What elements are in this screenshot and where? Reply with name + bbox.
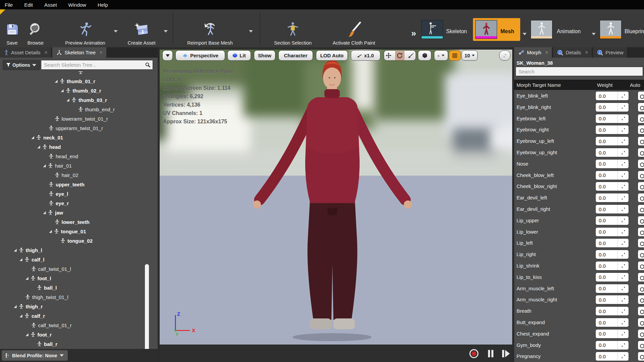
drag-handle-icon[interactable] [618,252,629,257]
drag-handle-icon[interactable] [618,139,629,143]
auto-toggle[interactable] [638,193,644,202]
tree-row-thumb_end_r[interactable]: thumb_end_r [78,105,115,114]
weight-value[interactable]: 0.0 [596,354,618,359]
drag-handle-icon[interactable] [618,105,629,109]
drag-handle-icon[interactable] [618,196,629,200]
drag-handle-icon[interactable] [618,128,629,132]
weight-value[interactable]: 0.0 [596,150,618,156]
auto-toggle[interactable] [638,318,644,327]
chevron-down-icon[interactable] [249,30,253,33]
chevron-down-icon[interactable] [592,33,596,35]
weight-spinbox-lip_left[interactable]: 0.0 [595,238,629,248]
tree-row-tongue_02[interactable]: tongue_02 [60,236,93,245]
expander-arrow-icon[interactable] [49,230,52,233]
tree-row-ball_l[interactable]: ball_l [37,283,57,292]
weight-spinbox-pregnancy[interactable]: 0.0 [595,352,629,361]
auto-toggle[interactable] [638,306,644,316]
tree-row-lowerarm_twist_01_r[interactable]: lowerarm_twist_01_r [54,114,108,123]
playback-speed-button[interactable]: x1.0 [351,50,380,61]
weight-spinbox-cheek_blow_left[interactable]: 0.0 [595,171,629,180]
weight-value[interactable]: 0.0 [596,252,618,257]
weight-spinbox-breath[interactable]: 0.0 [595,306,629,316]
section-selection-button[interactable]: Section Selection [274,11,312,48]
expander-arrow-icon[interactable] [13,305,17,308]
weight-spinbox-eyebrow_up_left[interactable]: 0.0 [595,136,629,146]
mode-blueprint-thumbnail[interactable] [600,20,622,39]
drag-handle-icon[interactable] [618,309,629,313]
weight-value[interactable]: 0.0 [596,172,618,178]
perspective-button[interactable]: Perspective [175,50,225,61]
tree-row-foot_r[interactable]: foot_r [25,330,52,339]
auto-toggle[interactable] [638,114,644,123]
mode-animation-tab[interactable]: Animation [557,28,581,35]
tree-row-upper_teeth[interactable]: upper_teeth [48,180,85,189]
lod-auto-button[interactable]: LOD Auto [316,50,348,61]
tree-row-ball_r[interactable]: ball_r [37,339,57,349]
auto-toggle[interactable] [638,103,644,112]
expander-arrow-icon[interactable] [43,211,46,215]
weight-value[interactable]: 0.0 [596,93,618,99]
weight-spinbox-lip_upper[interactable]: 0.0 [595,216,629,225]
viewport-options-dropdown[interactable] [162,50,173,61]
weight-spinbox-lip_shrink[interactable]: 0.0 [595,261,629,270]
tree-row-calf_twist_01_r[interactable]: calf_twist_01_r [31,320,72,330]
tab-skeleton-tree[interactable]: Skeleton Tree ✕ [52,47,106,58]
drag-handle-icon[interactable] [618,241,629,245]
grid-snap-button[interactable] [449,50,461,61]
menu-item-asset[interactable]: Asset [44,2,57,8]
weight-spinbox-gym_body[interactable]: 0.0 [595,341,629,350]
drag-handle-icon[interactable] [618,298,629,302]
expander-arrow-icon[interactable] [37,145,41,149]
mode-blueprint-tab[interactable]: Blueprint [625,28,644,35]
expander-arrow-icon[interactable] [25,277,29,280]
chevron-down-icon[interactable] [114,30,118,33]
close-icon[interactable]: ✕ [44,50,48,55]
tree-row-upperarm_twist_01_r[interactable]: upperarm_twist_01_r [48,123,103,133]
tree-row-thumb_02_r[interactable]: thumb_02_r [60,86,101,95]
weight-value[interactable]: 0.0 [596,342,618,348]
weight-value[interactable]: 0.0 [596,320,618,325]
rotate-tool-button[interactable] [395,51,404,60]
drag-handle-icon[interactable] [618,173,629,177]
menu-item-window[interactable]: Window [68,2,86,8]
tree-row-neck_01[interactable]: neck_01 [31,133,63,142]
tree-row-thigh_twist_01_l[interactable]: thigh_twist_01_l [25,292,68,302]
tree-row[interactable] [78,71,85,76]
tree-row-tongue_01[interactable]: tongue_01 [49,227,86,236]
column-morph-target-name[interactable]: Morph Target Name [517,82,561,88]
record-button[interactable] [469,349,479,359]
weight-value[interactable]: 0.0 [596,263,618,269]
tab-asset-details[interactable]: Asset Details ✕ [0,47,51,58]
mode-mesh-thumbnail[interactable] [475,20,497,39]
weight-spinbox-lip_right[interactable]: 0.0 [595,250,629,259]
expander-arrow-icon[interactable] [66,98,70,102]
drag-handle-icon[interactable] [618,207,629,212]
weight-spinbox-eye_blink_left[interactable]: 0.0 [595,91,629,101]
weight-spinbox-lip_lower[interactable]: 0.0 [595,227,629,237]
character-button[interactable]: Character [278,50,313,61]
tree-row-head[interactable]: head [37,142,61,152]
weight-spinbox-arm_muscle_right[interactable]: 0.0 [595,295,629,304]
tree-row-calf_r[interactable]: calf_r [19,311,45,320]
weight-value[interactable]: 0.0 [596,218,618,223]
tree-row-lower_teeth[interactable]: lower_teeth [54,217,90,227]
close-icon[interactable]: ✕ [585,50,588,55]
close-icon[interactable]: ✕ [545,50,549,55]
preview-animation-button[interactable]: Preview Animation [65,11,105,48]
create-asset-button[interactable]: Create Asset [127,11,155,48]
mode-skeleton-thumbnail[interactable] [421,20,443,39]
expander-arrow-icon[interactable] [60,89,64,93]
tree-row-eye_l[interactable]: eye_l [48,189,68,198]
weight-spinbox-lip_to_kiss[interactable]: 0.0 [595,273,629,282]
mode-animation-thumbnail[interactable] [531,20,552,39]
weight-value[interactable]: 0.0 [596,240,618,246]
auto-toggle[interactable] [638,261,644,270]
tree-scrollbar-thumb[interactable] [145,264,149,362]
tree-row-hair_02[interactable]: hair_02 [54,170,78,180]
close-icon[interactable]: ✕ [99,50,103,55]
auto-toggle[interactable] [638,250,644,259]
auto-toggle[interactable] [638,125,644,134]
options-button[interactable]: Options [3,60,40,70]
weight-spinbox-butt_expand[interactable]: 0.0 [595,318,629,327]
weight-value[interactable]: 0.0 [596,297,618,303]
